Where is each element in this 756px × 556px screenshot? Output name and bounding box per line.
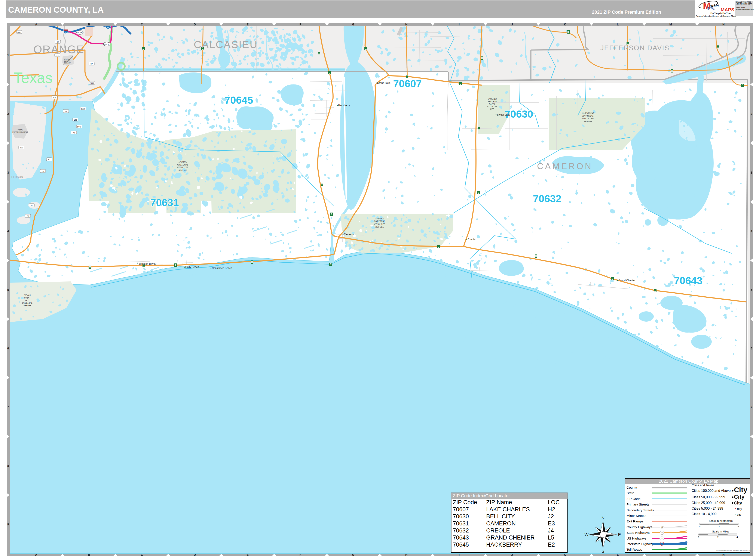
svg-text:NATIONAL: NATIONAL [374, 220, 385, 222]
svg-text:J2: J2 [548, 513, 554, 520]
svg-text:123: 123 [661, 537, 663, 539]
svg-text:REFUGE: REFUGE [375, 225, 384, 228]
svg-text:70607: 70607 [453, 506, 469, 513]
svg-text:70631: 70631 [453, 520, 469, 527]
svg-text:W: W [585, 532, 589, 537]
svg-text:CALL US TOLL FREE!: CALL US TOLL FREE! [736, 1, 751, 3]
svg-text:366: 366 [20, 147, 23, 149]
svg-text:AIRPORT: AIRPORT [64, 62, 71, 64]
svg-text:7: 7 [7, 405, 9, 409]
svg-text:10: 10 [65, 31, 67, 33]
svg-text:2021 ZIP Code Premium Edition: 2021 ZIP Code Premium Edition [592, 10, 661, 15]
svg-text:E: E [618, 532, 621, 537]
svg-text:8: 8 [7, 464, 9, 467]
svg-text:C: C [141, 23, 143, 26]
svg-text:ZIP Code Index/Grid Locator: ZIP Code Index/Grid Locator [453, 493, 510, 498]
svg-text:City: City [737, 514, 741, 516]
svg-text:87: 87 [91, 63, 93, 65]
svg-text:8: 8 [751, 464, 752, 467]
svg-text:73: 73 [42, 170, 44, 172]
svg-text:M: M [669, 23, 672, 26]
svg-text:1442: 1442 [77, 126, 81, 128]
svg-text:WILDLIFE: WILDLIFE [583, 117, 594, 120]
svg-text:NAT'L: NAT'L [489, 103, 495, 105]
svg-text:Cities and Towns: Cities and Towns [692, 484, 714, 487]
svg-text:PETROCHEMICALS: PETROCHEMICALS [12, 131, 28, 133]
svg-text:State Highways: State Highways [627, 531, 650, 534]
svg-text:POINT: POINT [24, 297, 31, 299]
svg-text:2177: 2177 [90, 82, 94, 84]
svg-text:73: 73 [73, 132, 75, 134]
svg-text:1-888-434-MAPS (6277): 1-888-434-MAPS (6277) [736, 3, 752, 5]
svg-text:L5: L5 [548, 534, 554, 541]
svg-text:LOC: LOC [548, 499, 560, 506]
svg-text:Constance Beach: Constance Beach [212, 267, 232, 270]
svg-text:E2: E2 [548, 542, 555, 548]
svg-text:9: 9 [7, 523, 9, 526]
svg-text:70607: 70607 [393, 78, 422, 90]
svg-text:COUNTY: COUNTY [64, 60, 71, 62]
svg-text:L: L [617, 23, 619, 26]
svg-text:Primary Streets: Primary Streets [627, 502, 650, 506]
svg-text:CAMERON COUNTY, LA: CAMERON COUNTY, LA [8, 5, 104, 14]
svg-text:Toll Roads: Toll Roads [627, 548, 642, 551]
svg-text:62: 62 [57, 41, 59, 43]
svg-text:87: 87 [65, 110, 67, 112]
svg-text:70645: 70645 [453, 542, 469, 548]
svg-text:1442: 1442 [17, 31, 22, 33]
svg-text:US Highways: US Highways [627, 536, 647, 540]
svg-text:Sweet Lake: Sweet Lake [497, 113, 511, 116]
svg-text:9: 9 [751, 523, 752, 526]
svg-text:HACKBERRY: HACKBERRY [486, 542, 522, 548]
svg-text:CAMERON: CAMERON [486, 520, 516, 527]
svg-text:Scale in Kilometers: Scale in Kilometers [709, 519, 733, 522]
svg-text:City: City [737, 508, 742, 511]
svg-text:2: 2 [751, 112, 752, 115]
svg-text:REFUGE: REFUGE [584, 120, 592, 123]
svg-text:5: 5 [751, 288, 752, 291]
svg-text:Interstate Highways: Interstate Highways [627, 542, 656, 546]
svg-text:Cities 100,000 and Above: Cities 100,000 and Above [692, 489, 730, 492]
svg-text:N: N [722, 23, 725, 26]
svg-text:Cameron: Cameron [344, 233, 354, 236]
svg-text:WILDLIFE: WILDLIFE [177, 166, 189, 169]
svg-text:2: 2 [717, 536, 719, 538]
svg-text:TOTAL: TOTAL [18, 129, 23, 131]
svg-text:Cities 25,000 - 49,999: Cities 25,000 - 49,999 [692, 501, 725, 505]
svg-text:0: 0 [698, 536, 699, 538]
svg-text:70631: 70631 [150, 197, 179, 208]
svg-text:Cities 10 - 4,999: Cities 10 - 4,999 [692, 512, 717, 516]
svg-text:F: F [300, 23, 301, 26]
svg-text:90-BR: 90-BR [77, 32, 83, 34]
svg-text:WILDLIFE: WILDLIFE [22, 302, 33, 304]
svg-text:70632: 70632 [533, 193, 561, 204]
svg-text:6: 6 [7, 347, 9, 350]
svg-text:NATL: NATL [25, 300, 30, 302]
svg-text:G: G [352, 23, 355, 26]
svg-text:1: 1 [7, 54, 9, 57]
svg-text:NATIONAL: NATIONAL [583, 115, 594, 117]
svg-text:BELL CITY: BELL CITY [486, 513, 515, 520]
svg-text:A: A [35, 23, 37, 26]
svg-text:0: 0 [699, 525, 700, 528]
svg-text:1: 1 [751, 54, 752, 57]
svg-text:4: 4 [751, 230, 752, 233]
svg-text:GRAND CHENIER: GRAND CHENIER [486, 534, 535, 541]
svg-text:ZIP Code: ZIP Code [627, 497, 640, 500]
svg-text:4: 4 [736, 536, 738, 538]
svg-text:70630: 70630 [453, 513, 469, 520]
svg-text:County Highways: County Highways [627, 525, 652, 529]
svg-text:H: H [405, 23, 407, 26]
svg-text:Hackberry: Hackberry [338, 104, 350, 107]
svg-text:2021 Cameron County, LA Map: 2021 Cameron County, LA Map [659, 479, 719, 484]
svg-text:87: 87 [31, 204, 33, 207]
svg-text:Grand Lake: Grand Lake [377, 81, 391, 84]
svg-text:7: 7 [751, 405, 752, 409]
svg-text:90-BR: 90-BR [104, 43, 109, 45]
svg-text:City: City [734, 486, 748, 494]
svg-text:4: 4 [7, 230, 9, 233]
svg-text:70643: 70643 [674, 275, 702, 286]
svg-text:87: 87 [48, 159, 50, 161]
svg-text:Grand Chenier: Grand Chenier [618, 279, 635, 282]
svg-text:Exit Ramps: Exit Ramps [627, 519, 644, 523]
